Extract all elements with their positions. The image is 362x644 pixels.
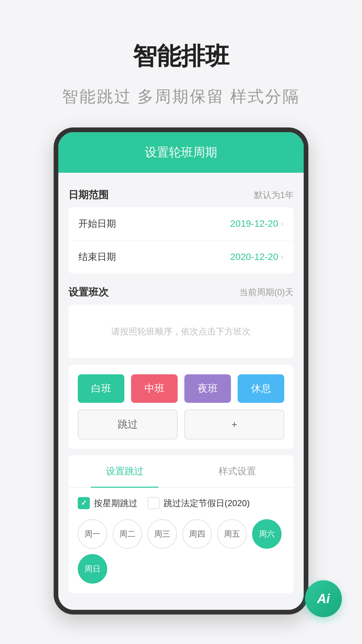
- date-section-hint: 默认为1年: [254, 189, 294, 201]
- end-date-row[interactable]: 结束日期 2020-12-20 ›: [68, 240, 294, 273]
- weekday-skip-label: 按星期跳过: [94, 497, 137, 509]
- start-date-value-row: 2019-12-20 ›: [230, 218, 284, 229]
- mid-shift-button[interactable]: 中班: [131, 374, 178, 403]
- shift-section-label: 设置班次: [68, 285, 109, 299]
- content-area: 日期范围 默认为1年 开始日期 2019-12-20 › 结束日期 2020-1…: [58, 173, 304, 610]
- tab-skip-settings[interactable]: 设置跳过: [68, 455, 181, 487]
- shift-section-header: 设置班次 当前周期(0)天: [68, 280, 294, 305]
- holiday-skip-checkbox-item[interactable]: 跳过法定节假日(2020): [147, 497, 250, 509]
- skip-button[interactable]: 跳过: [78, 410, 178, 439]
- shift-buttons-card: 白班 中班 夜班 休息 跳过 +: [68, 365, 294, 449]
- end-date-label: 结束日期: [78, 251, 116, 263]
- weekday-skip-checkbox[interactable]: [78, 497, 90, 509]
- top-section: 智能排班 智能跳过 多周期保留 样式分隔: [0, 0, 362, 127]
- night-shift-button[interactable]: 夜班: [184, 374, 231, 403]
- header-bar: 设置轮班周期: [58, 132, 304, 173]
- phone-frame: 设置轮班周期 日期范围 默认为1年 开始日期 2019-12-20 › 结束日期…: [54, 127, 308, 614]
- end-date-chevron-icon: ›: [281, 252, 284, 262]
- settings-tab-card: 设置跳过 样式设置 按星期跳过 跳过法定节假日(2020): [68, 455, 294, 593]
- weekday-btn-1[interactable]: 周二: [113, 519, 142, 549]
- weekday-skip-checkbox-item[interactable]: 按星期跳过: [78, 497, 137, 509]
- shift-empty-card: 请按照轮班顺序，依次点击下方班次: [68, 305, 294, 358]
- weekday-btn-0[interactable]: 周一: [78, 519, 107, 549]
- header-title: 设置轮班周期: [145, 145, 217, 159]
- start-date-value: 2019-12-20: [230, 218, 278, 229]
- weekdays-row: 周一周二周三周四周五周六周日: [78, 519, 284, 584]
- weekday-btn-5[interactable]: 周六: [252, 519, 282, 549]
- shift-buttons-row1: 白班 中班 夜班 休息: [78, 374, 284, 403]
- end-date-value: 2020-12-20: [230, 252, 278, 262]
- rest-shift-button[interactable]: 休息: [238, 374, 284, 403]
- end-date-value-row: 2020-12-20 ›: [230, 252, 284, 262]
- tab-header: 设置跳过 样式设置: [68, 455, 294, 488]
- add-button[interactable]: +: [184, 410, 284, 439]
- start-date-label: 开始日期: [78, 217, 116, 230]
- weekday-btn-2[interactable]: 周三: [147, 519, 177, 549]
- weekday-btn-3[interactable]: 周四: [182, 519, 212, 549]
- shift-buttons-row2: 跳过 +: [78, 410, 284, 439]
- ai-button[interactable]: Ai: [305, 580, 342, 617]
- date-card: 开始日期 2019-12-20 › 结束日期 2020-12-20 ›: [68, 207, 294, 273]
- weekday-btn-4[interactable]: 周五: [217, 519, 247, 549]
- shift-section-hint: 当前周期(0)天: [239, 286, 294, 298]
- page-subtitle: 智能跳过 多周期保留 样式分隔: [20, 86, 342, 107]
- start-date-row[interactable]: 开始日期 2019-12-20 ›: [68, 207, 294, 240]
- start-date-chevron-icon: ›: [281, 219, 284, 228]
- day-shift-button[interactable]: 白班: [78, 374, 124, 403]
- holiday-skip-checkbox[interactable]: [147, 497, 160, 509]
- weekday-btn-6[interactable]: 周日: [78, 554, 107, 584]
- tab-style-settings[interactable]: 样式设置: [181, 455, 294, 487]
- date-section-label: 日期范围: [68, 188, 109, 202]
- tab-content: 按星期跳过 跳过法定节假日(2020) 周一周二周三周四周五周六周日: [68, 488, 294, 593]
- page-title: 智能排班: [20, 40, 342, 72]
- holiday-skip-label: 跳过法定节假日(2020): [164, 497, 250, 509]
- date-section-header: 日期范围 默认为1年: [68, 183, 294, 207]
- checkbox-row: 按星期跳过 跳过法定节假日(2020): [78, 497, 284, 509]
- ai-button-container: Ai: [305, 580, 342, 617]
- shift-empty-hint: 请按照轮班顺序，依次点击下方班次: [111, 326, 251, 337]
